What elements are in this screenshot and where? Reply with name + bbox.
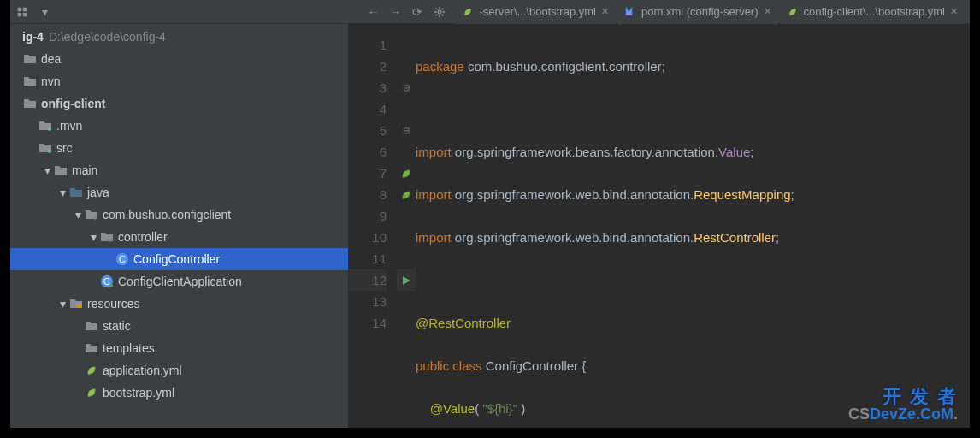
code-line: package com.bushuo.configclient.controll… — [416, 56, 970, 77]
tree-item-templates[interactable]: templates — [10, 337, 348, 359]
folder-icon — [22, 96, 38, 111]
project-path: D:\edge\code\config-4 — [49, 30, 166, 44]
gutter-mark — [397, 98, 416, 120]
maven-icon — [624, 6, 636, 18]
tree-item-onfig-client[interactable]: onfig-client — [10, 92, 348, 115]
chevron-down-icon: ▾ — [87, 230, 99, 244]
gutter-mark: ⊟ — [397, 77, 416, 98]
tree-item-nvn[interactable]: nvn — [10, 70, 348, 92]
chevron-down-icon: ▾ — [56, 297, 68, 311]
class-run-icon: C — [99, 274, 115, 289]
folder-icon — [22, 74, 38, 89]
line-number: 9 — [349, 205, 387, 227]
tree-item-java[interactable]: ▾java — [10, 181, 348, 204]
folder-icon — [53, 163, 68, 178]
tree-item-application-yml[interactable]: application.yml — [10, 359, 348, 382]
editor-tabs: -server\...\bootstrap.yml ✕ pom.xml (con… — [455, 0, 965, 24]
tree-label: static — [103, 319, 131, 333]
code-line: import org.springframework.beans.factory… — [416, 141, 970, 163]
tree-item-src[interactable]: src — [10, 137, 348, 159]
folder-icon — [84, 340, 99, 356]
tab-label: pom.xml (config-server) — [641, 5, 759, 18]
close-icon[interactable]: ✕ — [764, 6, 771, 17]
svg-marker-11 — [403, 276, 410, 285]
class-icon: C — [115, 252, 130, 267]
run-icon[interactable] — [397, 269, 416, 291]
ide-body: ig-4 D:\edge\code\config-4 deanvnonfig-c… — [10, 24, 970, 428]
svg-point-1 — [48, 127, 51, 131]
project-tree[interactable]: ig-4 D:\edge\code\config-4 deanvnonfig-c… — [10, 24, 349, 428]
svg-rect-10 — [77, 304, 81, 308]
gutter-mark — [397, 163, 416, 184]
gutter-mark — [397, 56, 416, 77]
line-number: 13 — [349, 291, 387, 312]
tree-item-static[interactable]: static — [10, 315, 348, 337]
gutter-mark — [397, 184, 416, 205]
tab-bootstrap-client[interactable]: config-client\...\bootstrap.yml ✕ — [780, 0, 965, 24]
leaf-icon — [84, 385, 99, 400]
leaf-icon — [84, 363, 99, 378]
folder-res-icon — [68, 296, 84, 311]
toolbar: ▾ ← → ⟳ -server\...\bootstrap.yml ✕ pom.… — [10, 0, 970, 24]
project-name: ig-4 — [22, 30, 44, 44]
tree-label: dea — [41, 52, 61, 66]
forward-icon[interactable]: → — [388, 5, 402, 19]
gear-icon[interactable] — [433, 5, 446, 19]
tab-bootstrap-server[interactable]: -server\...\bootstrap.yml ✕ — [455, 0, 616, 24]
line-number: 5 — [349, 120, 387, 141]
watermark-line2: CSDevZe.CoM. — [848, 406, 958, 423]
tree-label: com.bushuo.configclient — [103, 208, 231, 222]
tree-label: bootstrap.yml — [103, 386, 174, 400]
code-area[interactable]: package com.bushuo.configclient.controll… — [416, 24, 970, 428]
tree-item-resources[interactable]: ▾resources — [10, 293, 348, 315]
code-line — [416, 98, 970, 120]
gutter-mark — [397, 205, 416, 227]
tree-label: application.yml — [103, 364, 182, 377]
tab-pom[interactable]: pom.xml (config-server) ✕ — [617, 0, 778, 24]
tree-label: resources — [87, 297, 139, 311]
tree-item-controller[interactable]: ▾controller — [10, 226, 348, 248]
gutter-mark — [397, 312, 416, 334]
tree-label: java — [87, 186, 109, 199]
ide-window: ▾ ← → ⟳ -server\...\bootstrap.yml ✕ pom.… — [10, 0, 970, 428]
tree-item-dea[interactable]: dea — [10, 48, 348, 70]
chevron-down-icon[interactable]: ▾ — [38, 5, 51, 19]
tree-item-com-bushuo-configclient[interactable]: ▾com.bushuo.configclient — [10, 204, 348, 226]
line-number: 14 — [349, 312, 387, 334]
svg-point-0 — [439, 10, 442, 14]
line-number: 2 — [349, 56, 387, 77]
project-root[interactable]: ig-4 D:\edge\code\config-4 — [10, 26, 348, 48]
tree-label: src — [56, 141, 73, 155]
code-editor[interactable]: 1234567891011121314 ⊟⊟ package com.bushu… — [349, 24, 970, 428]
folder-dot-icon — [38, 140, 53, 156]
tool-icon[interactable] — [15, 5, 29, 19]
close-icon[interactable]: ✕ — [950, 6, 958, 17]
tree-label: onfig-client — [41, 97, 105, 110]
line-number: 1 — [349, 34, 387, 56]
watermark-line1: 开 发 者 — [848, 387, 958, 406]
tab-label: config-client\...\bootstrap.yml — [804, 5, 945, 18]
folder-icon — [84, 318, 99, 334]
svg-point-2 — [48, 150, 51, 153]
line-number: 7 — [349, 163, 387, 184]
line-gutter: 1234567891011121314 — [349, 24, 397, 428]
tree-item-main[interactable]: ▾main — [10, 159, 348, 181]
watermark: 开 发 者 CSDevZe.CoM. — [848, 387, 958, 423]
close-icon[interactable]: ✕ — [601, 6, 609, 17]
tree-label: ConfigController — [133, 252, 220, 266]
back-icon[interactable]: ← — [366, 5, 380, 19]
code-line — [416, 269, 970, 291]
refresh-icon[interactable]: ⟳ — [410, 5, 424, 19]
tree-item--mvn[interactable]: .mvn — [10, 115, 348, 137]
tree-label: ConfigClientApplication — [118, 275, 242, 288]
tree-item-configclientapplication[interactable]: CConfigClientApplication — [10, 270, 348, 293]
tree-item-configcontroller[interactable]: CConfigController — [10, 248, 348, 270]
code-line: @RestController — [416, 312, 970, 334]
leaf-icon — [462, 6, 474, 18]
svg-point-3 — [93, 216, 97, 220]
code-line: import org.springframework.web.bind.anno… — [416, 227, 970, 248]
tree-item-bootstrap-yml[interactable]: bootstrap.yml — [10, 382, 348, 404]
line-number: 3 — [349, 77, 387, 98]
svg-point-4 — [109, 238, 113, 242]
folder-src-icon — [68, 185, 84, 200]
